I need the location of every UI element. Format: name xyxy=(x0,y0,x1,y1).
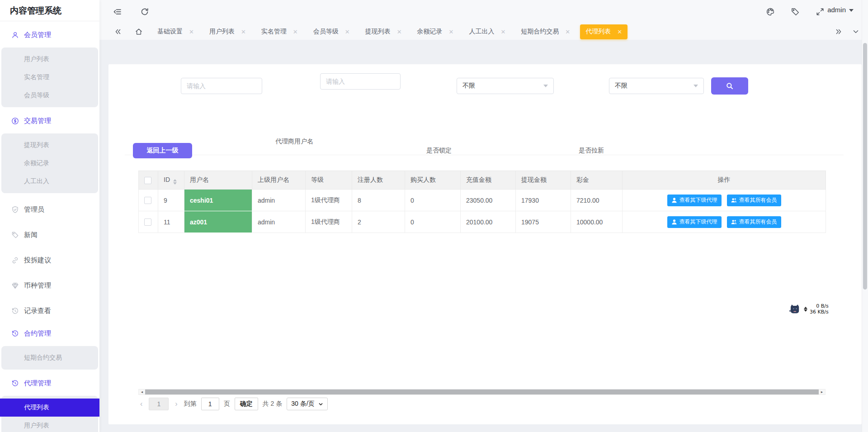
filter-agent-username-input[interactable] xyxy=(320,73,401,90)
sidebar-item-9[interactable]: 新闻 xyxy=(0,226,99,244)
row-actions-cell: 查看其下级代理查看其所有会员 xyxy=(623,190,826,211)
user-menu[interactable]: admin xyxy=(827,6,854,14)
tab-close-icon[interactable]: ✕ xyxy=(449,28,454,35)
sidebar-submenu: 用户列表实名管理会员等级 xyxy=(1,47,98,107)
sidebar-item-12[interactable]: 记录查看 xyxy=(0,302,99,320)
sidebar-subitem-7[interactable]: 人工出入 xyxy=(1,172,98,190)
sidebar-subitem-3[interactable]: 会员等级 xyxy=(1,86,98,104)
sidebar-subitem-6[interactable]: 余额记录 xyxy=(1,154,98,172)
app-title: 内容管理系统 xyxy=(0,0,99,21)
tabs-scroll-left-icon[interactable] xyxy=(114,28,122,36)
download-speed: 36 KB/s xyxy=(810,309,829,315)
network-speed-widget[interactable]: 0 B/s 36 KB/s xyxy=(789,303,829,315)
screen: 内容管理系统 会员管理用户列表实名管理会员等级交易管理提现列表余额记录人工出入管… xyxy=(0,0,868,432)
filter-agent-username-label: 代理商用户名 xyxy=(274,137,315,146)
sidebar-item-0[interactable]: 会员管理 xyxy=(0,26,99,44)
sidebar-subitem-17[interactable]: 用户列表 xyxy=(1,417,98,432)
column-label: 充值金额 xyxy=(466,176,491,183)
sidebar-item-10[interactable]: 投拆建议 xyxy=(0,251,99,269)
user-icon xyxy=(11,31,19,39)
scroll-right-arrow-icon[interactable]: ► xyxy=(819,389,825,394)
filter-locked-label: 是否锁定 xyxy=(426,147,452,155)
tab-close-icon[interactable]: ✕ xyxy=(241,28,246,35)
cell-username: az001 xyxy=(184,211,252,233)
cell-level: 1级代理商 xyxy=(306,211,352,233)
tag-icon[interactable] xyxy=(791,7,800,16)
select-all-header xyxy=(139,171,158,190)
select-all-checkbox[interactable] xyxy=(144,177,151,184)
sidebar-item-label: 会员管理 xyxy=(24,31,51,39)
column-label: 用户名 xyxy=(190,176,209,183)
table-horizontal-scrollbar[interactable]: ◄ ► xyxy=(138,389,826,395)
tabs-scroll-right-icon[interactable] xyxy=(835,28,843,36)
horizontal-scrollbar-thumb[interactable] xyxy=(145,389,819,394)
page-vertical-scrollbar[interactable] xyxy=(862,0,868,432)
view-all-members-button[interactable]: 查看其所有会员 xyxy=(727,216,781,228)
sort-icon[interactable] xyxy=(173,179,177,185)
tab-close-icon[interactable]: ✕ xyxy=(565,28,570,35)
tab-1[interactable]: 用户列表✕ xyxy=(204,24,251,40)
theme-palette-icon[interactable] xyxy=(766,7,775,16)
cell-bonus: 10000.00 xyxy=(571,211,623,233)
search-icon xyxy=(726,82,734,90)
view-all-members-button[interactable]: 查看其所有会员 xyxy=(727,195,781,206)
column-label: 购买人数 xyxy=(410,176,436,183)
filter-locked-select[interactable]: 不限 xyxy=(457,78,554,94)
back-to-parent-button[interactable]: 返回上一级 xyxy=(133,143,192,158)
tab-close-icon[interactable]: ✕ xyxy=(345,28,350,35)
sidebar-subitem-1[interactable]: 用户列表 xyxy=(1,50,98,68)
page-size-select[interactable]: 30 条/页 xyxy=(287,398,327,410)
search-button[interactable] xyxy=(711,77,748,95)
sidebar-subitem-2[interactable]: 实名管理 xyxy=(1,68,98,86)
tab-close-icon[interactable]: ✕ xyxy=(500,28,505,35)
goto-page-input[interactable] xyxy=(201,398,219,410)
sidebar-item-11[interactable]: 币种管理 xyxy=(0,276,99,294)
filter-pullnew-select[interactable]: 不限 xyxy=(609,78,704,94)
scroll-left-arrow-icon[interactable]: ◄ xyxy=(139,389,145,394)
confirm-page-button[interactable]: 确定 xyxy=(235,398,258,410)
tab-3[interactable]: 会员等级✕ xyxy=(308,24,355,40)
tab-close-icon[interactable]: ✕ xyxy=(293,28,298,35)
tab-close-icon[interactable]: ✕ xyxy=(397,28,402,35)
collapse-sidebar-icon[interactable] xyxy=(113,7,122,16)
view-sub-agents-button[interactable]: 查看其下级代理 xyxy=(667,195,722,206)
sidebar-item-8[interactable]: 管理员 xyxy=(0,200,99,218)
gem-icon xyxy=(11,282,19,290)
tabs: 基础设置✕用户列表✕实名管理✕会员等级✕提现列表✕余额记录✕人工出入✕短期合约交… xyxy=(152,24,632,40)
tab-label: 基础设置 xyxy=(157,28,183,36)
sidebar-subitem-14[interactable]: 短期合约交易 xyxy=(1,349,98,367)
tab-active[interactable]: 代理列表✕ xyxy=(580,24,627,39)
chevron-down-icon xyxy=(318,402,323,407)
column-label[interactable]: ID xyxy=(164,176,170,183)
tab-4[interactable]: 提现列表✕ xyxy=(360,24,407,40)
tab-6[interactable]: 人工出入✕ xyxy=(463,24,511,40)
view-sub-agents-button[interactable]: 查看其下级代理 xyxy=(667,216,722,228)
current-page[interactable]: 1 xyxy=(149,398,169,410)
tab-2[interactable]: 实名管理✕ xyxy=(256,24,303,40)
tabs-menu-chevron-down-icon[interactable] xyxy=(852,28,860,36)
tab-5[interactable]: 余额记录✕ xyxy=(412,24,459,40)
column-label: 提现金额 xyxy=(521,176,547,183)
next-page-icon[interactable]: › xyxy=(173,400,179,408)
sidebar-subitem-active[interactable]: 代理列表 xyxy=(0,399,99,417)
tab-7[interactable]: 短期合约交易✕ xyxy=(515,24,576,40)
row-checkbox[interactable] xyxy=(144,218,151,226)
tab-close-icon[interactable]: ✕ xyxy=(617,28,622,35)
cell-recharge: 20100.00 xyxy=(461,211,516,233)
filter-id-input[interactable] xyxy=(181,78,262,94)
sidebar-item-13[interactable]: 合约管理 xyxy=(0,324,99,342)
tab-close-icon[interactable]: ✕ xyxy=(189,28,194,35)
sidebar-item-4[interactable]: 交易管理 xyxy=(0,112,99,130)
home-tab-icon[interactable] xyxy=(135,28,143,36)
fullscreen-icon[interactable] xyxy=(816,7,825,16)
row-checkbox[interactable] xyxy=(144,197,151,204)
vertical-scrollbar-thumb[interactable] xyxy=(863,43,867,290)
sidebar-item-15[interactable]: 代理管理 xyxy=(0,374,99,392)
column-header-withdraw: 提现金额 xyxy=(516,171,571,190)
prev-page-icon[interactable]: ‹ xyxy=(138,400,144,408)
tab-0[interactable]: 基础设置✕ xyxy=(152,24,199,40)
tab-label: 用户列表 xyxy=(209,28,235,36)
sidebar-subitem-5[interactable]: 提现列表 xyxy=(1,136,98,154)
sidebar: 内容管理系统 会员管理用户列表实名管理会员等级交易管理提现列表余额记录人工出入管… xyxy=(0,0,99,432)
refresh-icon[interactable] xyxy=(140,7,149,16)
